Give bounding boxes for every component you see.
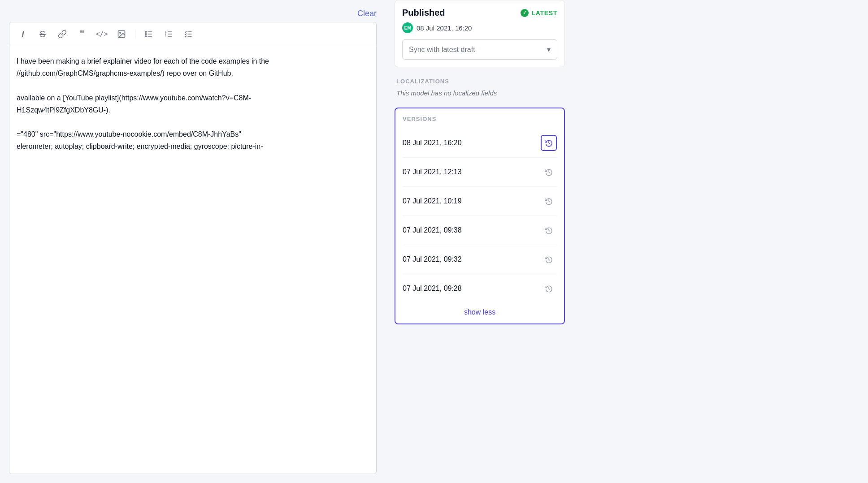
- svg-point-6: [145, 34, 147, 35]
- editor-toolbar: I S " </>: [9, 22, 376, 46]
- published-title: Published: [402, 8, 445, 18]
- version-row: 07 Jul 2021, 09:32: [403, 245, 557, 274]
- version-row: 07 Jul 2021, 09:28: [403, 274, 557, 303]
- chevron-down-icon: ▾: [547, 45, 551, 54]
- versions-title: VERSIONS: [403, 116, 557, 122]
- svg-point-7: [145, 36, 147, 37]
- versions-section: VERSIONS 08 Jul 2021, 16:20 07 Jul 2021,…: [395, 108, 565, 324]
- link-icon[interactable]: [56, 28, 69, 40]
- version-date: 07 Jul 2021, 09:32: [403, 255, 462, 263]
- version-date: 07 Jul 2021, 10:19: [403, 197, 462, 205]
- ordered-list-icon[interactable]: 1 2 3: [162, 28, 175, 40]
- sync-dropdown[interactable]: Sync with latest draft ▾: [402, 39, 557, 60]
- italic-icon[interactable]: I: [17, 28, 29, 40]
- version-date: 07 Jul 2021, 09:28: [403, 285, 462, 293]
- published-section: Published LATEST EM 08 Jul 2021, 16:20 S…: [395, 0, 565, 67]
- svg-point-1: [120, 32, 121, 34]
- sidebar: Published LATEST EM 08 Jul 2021, 16:20 S…: [386, 0, 574, 483]
- editor-textarea[interactable]: I have been making a brief explainer vid…: [9, 46, 376, 474]
- sync-label: Sync with latest draft: [409, 46, 475, 54]
- localizations-section: LOCALIZATIONS This model has no localize…: [395, 78, 565, 97]
- version-row: 08 Jul 2021, 16:20: [403, 129, 557, 158]
- version-date: 07 Jul 2021, 12:13: [403, 168, 462, 176]
- version-history-icon[interactable]: [541, 193, 557, 209]
- editor-area: Clear I S " </>: [0, 0, 386, 483]
- version-row: 07 Jul 2021, 12:13: [403, 158, 557, 187]
- localizations-title: LOCALIZATIONS: [396, 78, 563, 85]
- latest-label: LATEST: [531, 9, 557, 17]
- show-less-button[interactable]: show less: [403, 303, 557, 316]
- quote-icon[interactable]: ": [76, 28, 88, 40]
- version-row: 07 Jul 2021, 10:19: [403, 187, 557, 216]
- svg-text:3: 3: [165, 35, 166, 38]
- bullet-list-icon[interactable]: [143, 28, 155, 40]
- version-history-icon[interactable]: [541, 222, 557, 238]
- strikethrough-icon[interactable]: S: [36, 28, 49, 40]
- version-history-icon[interactable]: [541, 135, 557, 151]
- latest-checkmark-icon: [521, 9, 529, 17]
- version-date: 07 Jul 2021, 09:38: [403, 226, 462, 234]
- version-history-icon[interactable]: [541, 251, 557, 267]
- localization-empty-message: This model has no localized fields: [396, 89, 563, 97]
- checklist-icon[interactable]: [182, 28, 195, 40]
- code-icon[interactable]: </>: [95, 28, 108, 40]
- published-date-row: EM 08 Jul 2021, 16:20: [402, 22, 557, 33]
- version-history-icon[interactable]: [541, 280, 557, 297]
- clear-button[interactable]: Clear: [357, 9, 377, 18]
- toolbar-divider-1: [135, 29, 135, 39]
- published-header: Published LATEST: [402, 8, 557, 18]
- latest-badge: LATEST: [521, 9, 557, 17]
- svg-point-5: [145, 31, 147, 33]
- version-history-icon[interactable]: [541, 164, 557, 180]
- published-date: 08 Jul 2021, 16:20: [417, 24, 472, 32]
- image-icon[interactable]: [115, 28, 128, 40]
- editor-container: I S " </>: [9, 22, 377, 474]
- avatar: EM: [402, 22, 413, 33]
- version-date: 08 Jul 2021, 16:20: [403, 139, 462, 147]
- version-row: 07 Jul 2021, 09:38: [403, 216, 557, 245]
